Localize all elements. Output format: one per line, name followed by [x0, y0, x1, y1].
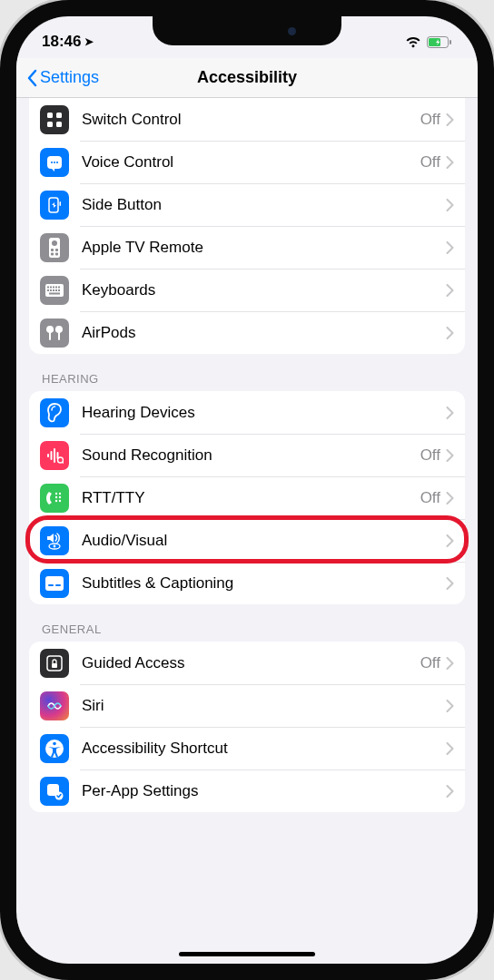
- svg-point-13: [52, 240, 57, 246]
- svg-point-8: [54, 161, 55, 162]
- row-label: Per-App Settings: [82, 782, 446, 800]
- svg-point-39: [59, 495, 61, 497]
- chevron-right-icon: [446, 407, 454, 419]
- row-subtitles-captioning[interactable]: Subtitles & Captioning: [29, 562, 465, 604]
- back-label: Settings: [40, 68, 99, 87]
- svg-rect-4: [56, 113, 62, 118]
- svg-line-35: [63, 462, 64, 464]
- chevron-right-icon: [446, 156, 454, 169]
- row-audio-visual[interactable]: Audio/Visual: [29, 519, 465, 562]
- chevron-right-icon: [446, 199, 454, 211]
- svg-point-7: [51, 161, 53, 162]
- wifi-icon: [405, 36, 421, 48]
- home-indicator[interactable]: [179, 952, 315, 956]
- svg-point-38: [55, 495, 57, 497]
- svg-rect-46: [55, 584, 61, 586]
- svg-rect-27: [55, 289, 57, 291]
- row-value: Off: [420, 446, 440, 465]
- svg-rect-3: [47, 113, 53, 118]
- svg-rect-5: [47, 122, 53, 127]
- row-rtt-tty[interactable]: RTT/TTYOff: [29, 476, 465, 519]
- svg-rect-16: [51, 252, 54, 255]
- chevron-right-icon: [446, 327, 454, 339]
- side-button-icon: [40, 191, 69, 220]
- svg-rect-25: [50, 289, 52, 291]
- svg-rect-19: [47, 286, 49, 288]
- row-side-button[interactable]: Side Button: [29, 183, 465, 226]
- back-button[interactable]: Settings: [25, 68, 99, 87]
- svg-rect-17: [55, 252, 58, 255]
- waveform-icon: [40, 441, 69, 470]
- accessibility-icon: [40, 734, 69, 763]
- chevron-right-icon: [446, 577, 454, 590]
- screen: 18:46 ➤ Settings Accessibility Switch Co…: [16, 16, 478, 964]
- row-label: Switch Control: [82, 111, 420, 129]
- row-value: Off: [420, 111, 440, 129]
- svg-rect-44: [45, 576, 64, 591]
- airpods-icon: [40, 318, 69, 348]
- row-accessibility-shortcut[interactable]: Accessibility Shortcut: [29, 727, 465, 769]
- row-label: AirPods: [82, 324, 446, 342]
- row-guided-access[interactable]: Guided AccessOff: [29, 642, 465, 684]
- row-airpods[interactable]: AirPods: [29, 311, 465, 354]
- status-time: 18:46: [42, 33, 81, 51]
- svg-rect-26: [53, 289, 54, 291]
- svg-rect-48: [52, 663, 57, 668]
- row-label: Voice Control: [82, 153, 420, 172]
- row-label: Guided Access: [82, 654, 420, 672]
- chevron-right-icon: [446, 700, 454, 712]
- settings-content[interactable]: Switch ControlOffVoice ControlOffSide Bu…: [16, 98, 478, 964]
- grid-icon: [40, 105, 69, 134]
- svg-rect-28: [58, 289, 60, 291]
- row-keyboards[interactable]: Keyboards: [29, 269, 465, 311]
- row-hearing-devices[interactable]: Hearing Devices: [29, 391, 465, 434]
- chevron-right-icon: [446, 449, 454, 462]
- remote-icon: [40, 233, 69, 262]
- row-value: Off: [420, 489, 440, 507]
- svg-rect-30: [47, 454, 49, 457]
- svg-point-37: [59, 492, 61, 494]
- phone-frame: 18:46 ➤ Settings Accessibility Switch Co…: [0, 0, 494, 980]
- svg-rect-31: [51, 451, 53, 460]
- chevron-right-icon: [446, 657, 454, 670]
- svg-rect-23: [58, 286, 60, 288]
- svg-rect-2: [450, 40, 451, 44]
- battery-icon: [427, 36, 452, 48]
- row-label: Subtitles & Captioning: [82, 574, 446, 593]
- svg-rect-21: [53, 286, 54, 288]
- chevron-right-icon: [446, 534, 454, 547]
- group-physical: Switch ControlOffVoice ControlOffSide Bu…: [29, 98, 465, 354]
- svg-rect-20: [50, 286, 52, 288]
- page-title: Accessibility: [197, 68, 297, 87]
- group-hearing: Hearing DevicesSound RecognitionOffRTT/T…: [29, 391, 465, 604]
- svg-rect-15: [55, 249, 58, 251]
- chevron-left-icon: [25, 69, 38, 87]
- row-per-app-settings[interactable]: Per-App Settings: [29, 769, 465, 812]
- app-check-icon: [40, 777, 69, 806]
- svg-rect-22: [55, 286, 57, 288]
- row-label: Accessibility Shortcut: [82, 740, 446, 758]
- row-label: Side Button: [82, 196, 446, 214]
- svg-rect-14: [51, 249, 54, 251]
- row-sound-recognition[interactable]: Sound RecognitionOff: [29, 434, 465, 476]
- row-value: Off: [420, 654, 440, 672]
- row-value: Off: [420, 153, 440, 172]
- row-label: Siri: [82, 697, 446, 715]
- lock-icon: [40, 649, 69, 678]
- row-voice-control[interactable]: Voice ControlOff: [29, 141, 465, 183]
- svg-rect-11: [60, 201, 62, 206]
- row-apple-tv-remote[interactable]: Apple TV Remote: [29, 226, 465, 269]
- row-switch-control[interactable]: Switch ControlOff: [29, 98, 465, 141]
- speaker-eye-icon: [40, 526, 69, 555]
- svg-point-51: [53, 741, 56, 745]
- keyboard-icon: [40, 276, 69, 305]
- ear-icon: [40, 398, 69, 427]
- svg-point-41: [59, 499, 61, 501]
- row-label: RTT/TTY: [82, 489, 420, 507]
- row-siri[interactable]: Siri: [29, 684, 465, 727]
- caption-icon: [40, 569, 69, 598]
- chevron-right-icon: [446, 785, 454, 798]
- notch: [153, 16, 341, 45]
- svg-rect-29: [49, 292, 60, 294]
- svg-point-43: [54, 544, 56, 547]
